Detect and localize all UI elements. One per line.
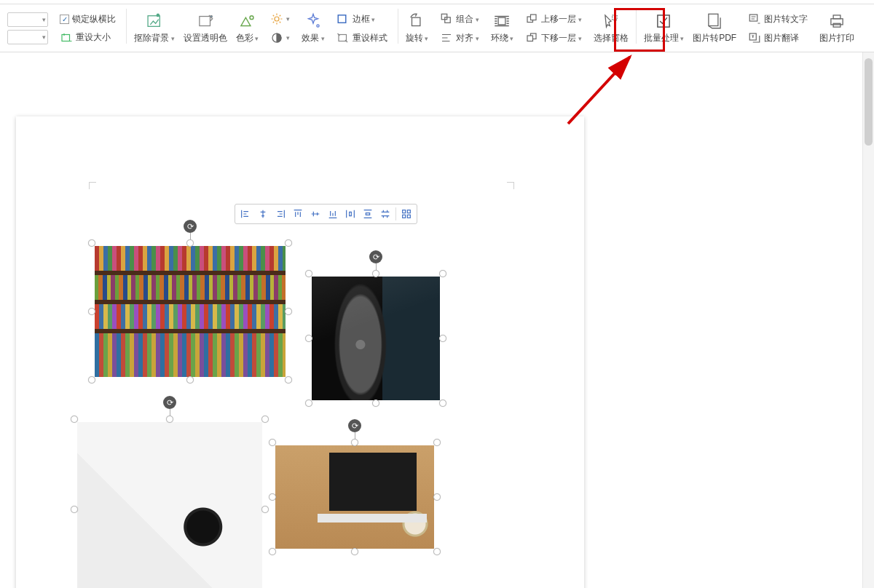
rotate-label: 旋转 [406,32,429,44]
vertical-scrollbar[interactable] [862,52,874,588]
svg-rect-29 [407,210,410,213]
svg-rect-3 [199,17,210,26]
send-backward-icon [525,31,538,44]
send-backward-label: 下移一层 [541,32,582,44]
ocr-button[interactable]: 图片转文字 [745,11,811,27]
checkbox-icon: ✓ [60,15,69,24]
remove-bg-button[interactable]: 抠除背景 [130,9,179,47]
document-page: ⟳ ⟳ ⟳ [16,116,584,588]
caret-icon: ▾ [286,34,290,41]
align-label: 对齐 [456,32,479,44]
svg-rect-16 [531,15,537,20]
reset-style-button[interactable]: 重设样式 [334,30,390,46]
svg-rect-22 [749,15,757,21]
distribute-v-button[interactable] [359,206,377,222]
distribute-h-button[interactable] [342,206,359,222]
rotate-handle-icon[interactable]: ⟳ [184,220,197,233]
remove-bg-icon [145,12,164,31]
picture-desk[interactable]: ⟳ [77,422,262,588]
margin-marker [89,182,96,189]
align-bottom-button[interactable] [324,206,342,222]
width-spin[interactable] [7,30,48,44]
grid-align-button[interactable] [398,206,415,222]
effect-button[interactable]: 效果 [297,9,329,47]
translate-icon [748,31,761,44]
svg-rect-20 [658,15,669,27]
svg-point-6 [275,17,279,21]
batch-icon [654,12,673,31]
color-label: 色彩 [236,32,259,44]
reset-size-icon [60,31,73,44]
svg-rect-30 [403,215,406,218]
transparent-color-label: 设置透明色 [184,32,227,44]
group-button[interactable]: 组合 [437,11,482,27]
reset-style-icon [336,31,350,44]
translate-label: 图片翻译 [764,32,799,44]
selection-pane-button[interactable]: 选择窗格 [589,9,633,47]
rotate-button[interactable]: 旋转 [401,9,433,47]
reset-size-button[interactable]: 重设大小 [57,30,114,46]
contrast-button[interactable]: ▾ [267,30,293,46]
transparent-color-button[interactable]: 设置透明色 [179,9,232,47]
scrollbar-thumb[interactable] [865,58,873,146]
transparent-color-icon [196,12,215,31]
picture-office[interactable]: ⟳ [275,445,434,549]
to-pdf-icon [705,12,724,31]
workspace: ⟳ ⟳ ⟳ [0,52,874,588]
lock-ratio-check[interactable]: ✓ 锁定纵横比 [57,12,119,27]
align-right-button[interactable] [272,206,289,222]
contrast-icon [270,31,283,44]
svg-rect-31 [407,215,410,218]
bring-forward-icon [525,12,538,25]
rotate-icon [407,12,426,31]
svg-rect-9 [338,15,346,23]
height-spin[interactable] [7,12,48,27]
svg-rect-0 [62,34,70,41]
bring-forward-button[interactable]: 上移一层 [522,11,585,27]
svg-rect-13 [445,17,451,23]
align-button[interactable]: 对齐 [437,30,482,46]
svg-rect-18 [527,36,533,41]
translate-button[interactable]: 图片翻译 [745,30,802,46]
picture-bookshelf[interactable]: ⟳ [95,246,286,377]
wrap-label: 环绕 [491,32,514,44]
ocr-label: 图片转文字 [764,13,808,25]
bring-forward-label: 上移一层 [541,13,582,25]
send-backward-button[interactable]: 下移一层 [522,30,585,46]
lock-ratio-label: 锁定纵横比 [72,13,116,25]
ocr-icon [748,12,761,25]
align-center-h-button[interactable] [254,206,272,222]
reset-style-label: 重设样式 [353,32,387,44]
border-button[interactable]: 边框 [334,11,379,27]
rotate-handle-icon[interactable]: ⟳ [369,250,382,263]
svg-rect-28 [403,210,406,213]
ribbon: ✓ 锁定纵横比 重设大小 抠除背景 设置透明色 色彩 ▾ [0,4,874,52]
brightness-icon [270,12,283,25]
equal-spacing-button[interactable] [377,206,394,222]
wrap-button[interactable]: 环绕 [487,9,519,47]
batch-button[interactable]: 批量处理 [639,9,689,47]
align-middle-button[interactable] [307,206,324,222]
rotate-handle-icon[interactable]: ⟳ [348,419,361,432]
svg-rect-21 [709,14,718,25]
svg-rect-19 [612,15,617,20]
print-label: 图片打印 [819,32,854,44]
svg-rect-26 [833,23,840,27]
align-top-button[interactable] [289,206,307,222]
print-button[interactable]: 图片打印 [815,9,859,47]
picture-microphone[interactable]: ⟳ [312,277,440,400]
batch-label: 批量处理 [644,32,685,44]
margin-marker [507,182,514,189]
svg-rect-12 [441,14,447,20]
group-icon [440,12,453,25]
group-label: 组合 [456,13,479,25]
rotate-handle-icon[interactable]: ⟳ [163,396,176,409]
to-pdf-label: 图片转PDF [693,32,736,44]
color-button[interactable]: 色彩 [232,9,264,47]
border-icon [336,12,350,25]
border-label: 边框 [353,13,376,25]
remove-bg-label: 抠除背景 [134,32,175,44]
align-left-button[interactable] [237,206,254,222]
to-pdf-button[interactable]: 图片转PDF [688,9,741,47]
brightness-button[interactable]: ▾ [267,11,293,27]
